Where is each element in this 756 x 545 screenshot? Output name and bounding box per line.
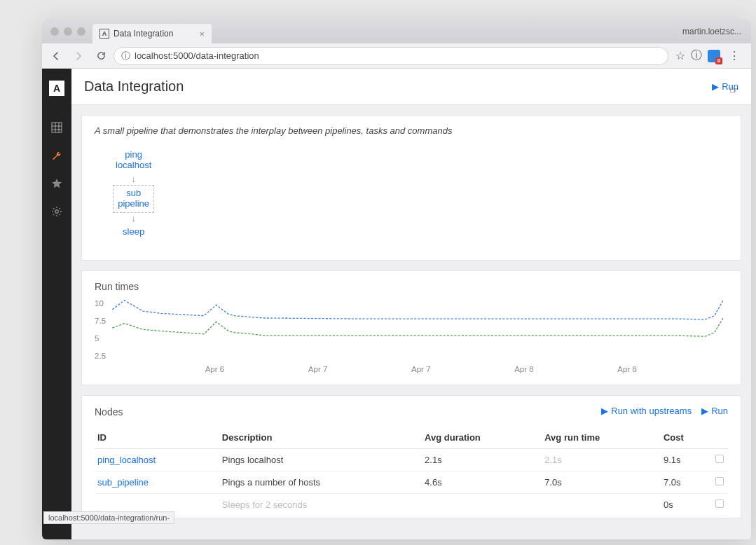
star-icon[interactable] [50,177,64,191]
minimize-window-icon[interactable] [64,27,72,36]
chart-series-lower [112,317,723,336]
window-controls[interactable] [50,27,85,36]
node-avg-duration [422,493,542,516]
node-cost: 9.1s [661,448,711,471]
node-desc: Pings localhost [219,448,422,471]
browser-menu-icon[interactable]: ⋮ [726,49,743,62]
url-text: localhost:5000/data-integration [135,50,259,61]
node-desc: Pings a number of hosts [219,471,422,493]
chart-x-axis: Apr 6 Apr 7 Apr 7 Apr 8 Apr 8 [205,365,637,373]
col-cost[interactable]: Cost [661,427,711,449]
tab-favicon: A [99,29,109,39]
wrench-icon[interactable] [50,149,64,163]
table-row: ping_localhostPings localhost2.1s2.1s9.1… [95,448,728,471]
svg-text:Apr 8: Apr 8 [617,365,637,373]
nodes-run-button[interactable]: ▶Run [701,406,728,416]
node-avg-runtime: 2.1s [542,448,661,471]
col-id[interactable]: ID [95,427,219,449]
url-bar: ⓘ localhost:5000/data-integration ☆ ⓘ 0 … [42,43,751,69]
svg-point-1 [55,210,58,213]
graph-node-ping-localhost[interactable]: ping localhost [111,147,156,174]
back-button[interactable] [46,46,66,66]
play-icon: ▶ [712,81,719,92]
browser-window: A Data Integration × martin.loetzsc... ⓘ… [42,20,751,539]
svg-text:7.5: 7.5 [95,317,106,325]
close-tab-icon[interactable]: × [199,29,205,39]
node-desc: Sleeps for 2 seconds [219,493,422,516]
browser-profile[interactable]: martin.loetzsc... [682,27,745,36]
row-checkbox[interactable] [715,499,724,508]
node-id-link[interactable]: sub_pipeline [95,471,219,493]
row-checkbox[interactable] [715,477,724,485]
col-avg-run[interactable]: Avg run time [542,427,661,449]
tab-strip: A Data Integration × martin.loetzsc... [42,20,751,43]
svg-rect-0 [52,123,62,132]
pipeline-graph: ping localhost ↓ sub pipeline ↓ sleep [95,143,728,250]
nodes-panel: Nodes ▶Run with upstreams ▶Run ID Descri… [81,395,741,518]
row-checkbox[interactable] [715,455,724,463]
node-cost: 0s [661,493,711,516]
app-body: A Data Integration ▶ Run ☞ [42,69,751,539]
reload-button[interactable] [91,46,111,66]
col-desc[interactable]: Description [219,427,422,449]
node-avg-duration: 4.6s [422,471,542,493]
gear-icon[interactable] [50,205,64,219]
graph-node-sub-pipeline[interactable]: sub pipeline [113,185,154,213]
grid-icon[interactable] [50,120,64,134]
svg-text:5: 5 [95,334,99,343]
nodes-run-label: Run [711,406,728,416]
col-select [711,427,728,449]
nodes-table: ID Description Avg duration Avg run time… [95,427,728,516]
chart-y-axis: 10 7.5 5 2.5 [95,299,106,360]
cursor-icon: ☞ [729,84,738,97]
table-row: sub_pipelinePings a number of hosts4.6s7… [95,471,728,493]
arrow-down-icon: ↓ [113,213,155,224]
page-title: Data Integration [84,78,184,95]
page-header: Data Integration ▶ Run ☞ [71,69,751,105]
run-with-upstreams-button[interactable]: ▶Run with upstreams [601,406,692,416]
runtimes-title: Run times [95,281,728,292]
chart-series-upper [112,299,723,319]
extension-icon[interactable]: 0 [708,50,720,62]
svg-text:10: 10 [95,299,104,308]
graph-node-sleep[interactable]: sleep [118,224,149,240]
play-icon: ▶ [701,406,708,416]
sidebar: A [42,69,71,539]
table-row: Sleeps for 2 seconds0s [95,493,728,516]
svg-text:2.5: 2.5 [95,352,106,360]
scroll-area[interactable]: A small pipeline that demonstrates the i… [71,105,751,539]
close-window-icon[interactable] [50,27,59,36]
nodes-title: Nodes [95,406,123,418]
runtimes-panel: Run times 10 7.5 5 2.5 Apr 6 [81,270,741,385]
info-icon[interactable]: ⓘ [691,48,702,63]
svg-text:Apr 7: Apr 7 [308,365,328,373]
runtimes-chart: 10 7.5 5 2.5 Apr 6 Apr 7 Apr 7 Apr 8 [95,298,728,375]
svg-text:Apr 8: Apr 8 [514,365,534,373]
url-field[interactable]: ⓘ localhost:5000/data-integration [114,47,668,65]
bookmark-icon[interactable]: ☆ [675,49,685,62]
site-info-icon[interactable]: ⓘ [121,50,130,62]
node-id-link[interactable]: ping_localhost [95,448,219,471]
run-upstream-label: Run with upstreams [611,406,692,416]
col-avg-dur[interactable]: Avg duration [422,427,542,449]
node-avg-runtime: 7.0s [542,471,661,493]
pipeline-description: A small pipeline that demonstrates the i… [95,125,728,136]
node-avg-duration: 2.1s [422,448,542,471]
forward-button[interactable] [69,46,88,66]
extension-badge-count: 0 [715,57,722,64]
svg-text:Apr 6: Apr 6 [205,365,225,373]
arrow-down-icon: ↓ [113,174,155,185]
main-content: Data Integration ▶ Run ☞ A small pipelin… [71,69,751,539]
tab-title: Data Integration [114,29,173,39]
overview-panel: A small pipeline that demonstrates the i… [81,115,741,261]
svg-text:Apr 7: Apr 7 [411,365,431,373]
logo-letter: A [48,79,66,97]
status-bar-hint: localhost:5000/data-integration/run- [43,511,174,524]
browser-tab[interactable]: A Data Integration × [92,24,212,43]
app-logo[interactable]: A [42,70,71,106]
zoom-window-icon[interactable] [77,27,85,36]
node-avg-runtime [542,493,661,516]
node-cost: 7.0s [661,471,711,493]
play-icon: ▶ [601,406,608,416]
